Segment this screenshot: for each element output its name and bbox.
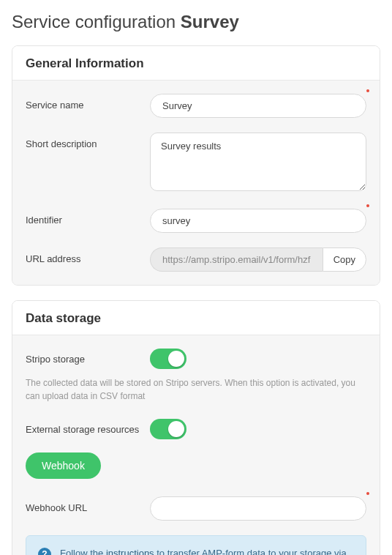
info-text: Follow the instructions to transfer AMP-… — [60, 546, 354, 555]
url-address-row: URL address Copy — [26, 247, 366, 272]
info-prefix: Follow the — [60, 548, 106, 555]
url-input-group: Copy — [150, 247, 366, 272]
title-prefix: Service configuration — [12, 12, 181, 31]
info-icon: ? — [38, 548, 51, 555]
toggle-knob-icon — [168, 351, 184, 367]
instructions-link[interactable]: instructions — [106, 548, 154, 555]
data-storage-body: Stripo storage The collected data will b… — [12, 335, 380, 555]
webhook-button[interactable]: Webhook — [26, 452, 101, 479]
short-description-input[interactable]: Survey results — [150, 133, 366, 191]
service-name-label: Service name — [26, 94, 150, 111]
general-info-body: Service name Short description Survey re… — [12, 81, 380, 285]
stripo-storage-label: Stripo storage — [26, 354, 150, 365]
toggle-knob-icon — [168, 421, 184, 437]
required-indicator-icon — [366, 492, 369, 495]
external-storage-row: External storage resources — [26, 419, 366, 439]
copy-button[interactable]: Copy — [323, 247, 366, 272]
identifier-label: Identifier — [26, 209, 150, 226]
short-description-label: Short description — [26, 133, 150, 149]
webhook-url-row: Webhook URL — [26, 496, 366, 521]
url-address-input[interactable] — [150, 247, 323, 272]
service-name-input[interactable] — [150, 94, 366, 118]
page-title: Service configuration Survey — [12, 12, 380, 32]
webhook-url-label: Webhook URL — [26, 496, 150, 513]
url-address-label: URL address — [26, 247, 150, 264]
data-storage-heading: Data storage — [12, 301, 380, 335]
general-info-card: General Information Service name Short d… — [12, 45, 380, 286]
identifier-input[interactable] — [150, 209, 366, 233]
general-info-heading: General Information — [12, 46, 380, 81]
stripo-storage-row: Stripo storage — [26, 349, 366, 369]
required-indicator-icon — [366, 89, 369, 92]
external-storage-toggle[interactable] — [150, 419, 186, 439]
stripo-storage-help: The collected data will be stored on Str… — [26, 376, 366, 403]
service-name-row: Service name — [26, 94, 366, 118]
short-description-row: Short description Survey results — [26, 133, 366, 194]
external-storage-label: External storage resources — [26, 424, 150, 435]
info-banner: ? Follow the instructions to transfer AM… — [26, 535, 366, 555]
identifier-row: Identifier — [26, 209, 366, 233]
stripo-storage-toggle[interactable] — [150, 349, 186, 369]
required-indicator-icon — [366, 204, 369, 207]
webhook-url-input[interactable] — [150, 496, 366, 521]
title-subject: Survey — [181, 12, 239, 31]
data-storage-card: Data storage Stripo storage The collecte… — [12, 300, 380, 555]
